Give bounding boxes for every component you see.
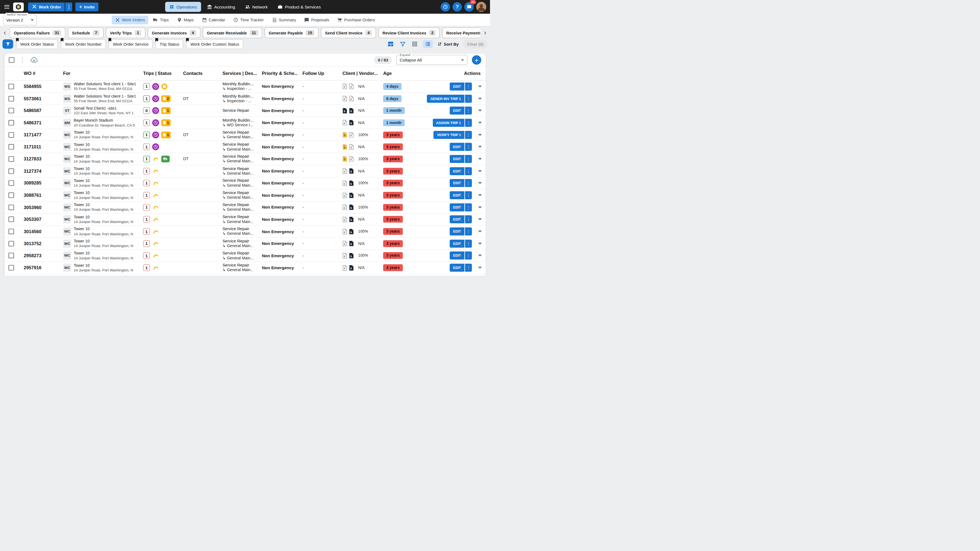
row-expand-caret-icon[interactable] bbox=[478, 146, 482, 148]
column-header-follow-up[interactable]: Follow Up bbox=[298, 71, 337, 76]
row-action-menu-icon[interactable]: ⋮ bbox=[465, 155, 472, 163]
row-expand-caret-icon[interactable] bbox=[478, 182, 482, 184]
dark-invoice-doc-icon[interactable]: $ bbox=[349, 253, 354, 259]
row-action-button[interactable]: EDIT bbox=[450, 191, 464, 199]
subnav-calendar[interactable]: Calendar bbox=[199, 16, 229, 24]
trip-count-badge[interactable]: 0 bbox=[143, 107, 150, 114]
work-order-row[interactable]: 2958273WCTower 1014 Juniper Road, Port W… bbox=[5, 250, 485, 262]
trip-status-clock-icon[interactable] bbox=[152, 95, 159, 102]
row-action-menu-icon[interactable]: ⋮ bbox=[465, 143, 472, 151]
trip-count-badge[interactable]: 1 bbox=[143, 143, 150, 150]
bulk-actions-menu-icon[interactable]: ⋮ bbox=[19, 57, 25, 63]
work-order-row[interactable]: 3127833WCTower 1014 Juniper Road, Port W… bbox=[5, 153, 485, 165]
gray-invoice-doc-icon[interactable]: $ bbox=[343, 253, 347, 259]
row-action-button[interactable]: EDIT bbox=[450, 179, 464, 187]
user-avatar[interactable] bbox=[476, 2, 487, 12]
column-header-for[interactable]: For bbox=[58, 71, 138, 76]
grid-view-icon[interactable] bbox=[411, 40, 418, 48]
wo-number[interactable]: 2957916 bbox=[19, 265, 58, 270]
yellow-invoice-doc-icon[interactable]: $ bbox=[343, 132, 347, 138]
wo-number[interactable]: 3089285 bbox=[19, 181, 58, 186]
trip-status-pending-icon[interactable] bbox=[152, 252, 159, 259]
row-checkbox[interactable] bbox=[8, 108, 14, 114]
filter-chip-work-order-status[interactable]: Work Order Status bbox=[16, 39, 58, 49]
wo-number[interactable]: 5584955 bbox=[19, 84, 58, 89]
work-order-row[interactable]: 5573061WSWalter Solutions Test client 1 … bbox=[5, 93, 485, 105]
row-checkbox[interactable] bbox=[8, 253, 14, 259]
trip-status-clock-icon[interactable] bbox=[152, 132, 159, 138]
row-checkbox[interactable] bbox=[8, 205, 14, 210]
trip-status-clock-icon[interactable] bbox=[152, 119, 159, 126]
gray-invoice-doc-icon[interactable]: $ bbox=[343, 229, 347, 235]
dark-invoice-doc-icon[interactable]: $ bbox=[343, 108, 347, 114]
wo-number[interactable]: 3013752 bbox=[19, 241, 58, 246]
help-button[interactable]: ? bbox=[453, 2, 462, 11]
work-order-row[interactable]: 3171011WCTower 1014 Juniper Road, Port W… bbox=[5, 141, 485, 153]
select-all-checkbox[interactable] bbox=[9, 57, 14, 63]
stage-receive-payments[interactable]: Receive Payments20 bbox=[442, 28, 480, 38]
row-expand-caret-icon[interactable] bbox=[478, 218, 482, 220]
yellow-invoice-doc-icon[interactable]: $ bbox=[343, 156, 347, 162]
expand-collapse-select[interactable]: Expand Collapse All bbox=[396, 55, 468, 65]
dark-invoice-doc-icon[interactable]: $ bbox=[349, 205, 354, 210]
work-order-row[interactable]: 5486371BMBayer Munich Stadium20 Coastlin… bbox=[5, 117, 485, 129]
trip-status-pending-icon[interactable] bbox=[152, 228, 159, 235]
filter-chip-trip-status[interactable]: Trip Status bbox=[156, 39, 183, 49]
switch-version-select[interactable]: Switch Version Version 2 bbox=[3, 15, 37, 25]
trip-status-pending-icon[interactable] bbox=[152, 180, 159, 187]
row-action-button[interactable]: ASSIGN TRIP 1 bbox=[433, 119, 465, 127]
work-order-row[interactable]: 3014560WCTower 1014 Juniper Road, Port W… bbox=[5, 225, 485, 238]
row-checkbox[interactable] bbox=[8, 180, 14, 186]
trip-count-badge[interactable]: 1 bbox=[143, 119, 150, 126]
wo-number[interactable]: 3127374 bbox=[19, 168, 58, 173]
row-checkbox[interactable] bbox=[8, 241, 14, 246]
row-checkbox[interactable] bbox=[8, 216, 14, 222]
row-expand-caret-icon[interactable] bbox=[478, 206, 482, 208]
cloud-upload-icon[interactable] bbox=[30, 56, 38, 64]
row-action-button[interactable]: EDIT bbox=[450, 167, 464, 175]
work-order-row[interactable]: 3088761WCTower 1014 Juniper Road, Port W… bbox=[5, 189, 485, 202]
trip-count-badge[interactable]: 1 bbox=[143, 180, 150, 187]
card-view-icon[interactable] bbox=[387, 40, 395, 48]
clear-filters-button[interactable]: Clear (0) bbox=[463, 40, 488, 49]
work-order-row[interactable]: 3053307WCTower 1014 Juniper Road, Port W… bbox=[5, 213, 485, 225]
work-order-row[interactable]: 5584955WSWalter Solutions Test client 1 … bbox=[5, 81, 485, 93]
gray-invoice-doc-icon[interactable]: $ bbox=[343, 205, 347, 210]
work-order-menu-button[interactable]: ⋮ bbox=[65, 2, 72, 11]
trip-count-badge[interactable]: 1 bbox=[143, 204, 150, 211]
row-checkbox[interactable] bbox=[8, 192, 14, 198]
gray-invoice-doc-icon[interactable]: $ bbox=[349, 132, 354, 138]
row-checkbox[interactable] bbox=[8, 120, 14, 126]
trip-count-badge[interactable]: 1 bbox=[143, 83, 150, 90]
row-expand-caret-icon[interactable] bbox=[478, 243, 482, 245]
work-order-row[interactable]: 3089285WCTower 1014 Juniper Road, Port W… bbox=[5, 177, 485, 189]
row-action-button[interactable]: VERIFY TRIP 1 bbox=[434, 131, 465, 139]
trip-count-badge[interactable]: 1 bbox=[143, 264, 150, 271]
trip-invoice-count-icon[interactable]: 1 bbox=[161, 107, 170, 114]
trip-status-pending-icon[interactable] bbox=[152, 204, 159, 211]
row-action-button[interactable]: EDIT bbox=[450, 203, 464, 211]
subnav-work-orders[interactable]: Work Orders bbox=[111, 16, 148, 24]
row-action-menu-icon[interactable]: ⋮ bbox=[465, 252, 472, 260]
dark-invoice-doc-icon[interactable]: $ bbox=[349, 265, 354, 271]
row-action-menu-icon[interactable]: ⋮ bbox=[465, 95, 472, 103]
dark-invoice-doc-icon[interactable]: $ bbox=[349, 229, 354, 235]
column-header-wo[interactable]: WO # bbox=[19, 71, 58, 76]
row-expand-caret-icon[interactable] bbox=[478, 122, 482, 124]
row-action-button[interactable]: GENER INV TRIP 1 bbox=[427, 95, 465, 103]
row-checkbox[interactable] bbox=[8, 96, 14, 102]
trip-status-pending-icon[interactable] bbox=[152, 192, 159, 199]
trip-status-clock-icon[interactable] bbox=[152, 107, 159, 114]
filter-view-icon[interactable] bbox=[399, 40, 406, 48]
trip-invoice-count-icon[interactable]: 2 bbox=[161, 95, 170, 102]
column-header-contacts[interactable]: Contacts bbox=[178, 71, 217, 76]
row-action-button[interactable]: EDIT bbox=[450, 240, 464, 248]
trip-status-clock-icon[interactable] bbox=[152, 83, 159, 90]
row-action-button[interactable]: EDIT bbox=[450, 106, 464, 115]
gray-invoice-doc-icon[interactable]: $ bbox=[343, 240, 347, 246]
invite-button[interactable]: + Invite bbox=[75, 2, 99, 11]
dark-invoice-doc-icon[interactable]: $ bbox=[349, 180, 354, 186]
subnav-purchase-orders[interactable]: Purchase Orders bbox=[334, 16, 379, 24]
trip-status-truck-icon[interactable] bbox=[161, 156, 170, 162]
dark-invoice-doc-icon[interactable]: $ bbox=[349, 192, 354, 198]
